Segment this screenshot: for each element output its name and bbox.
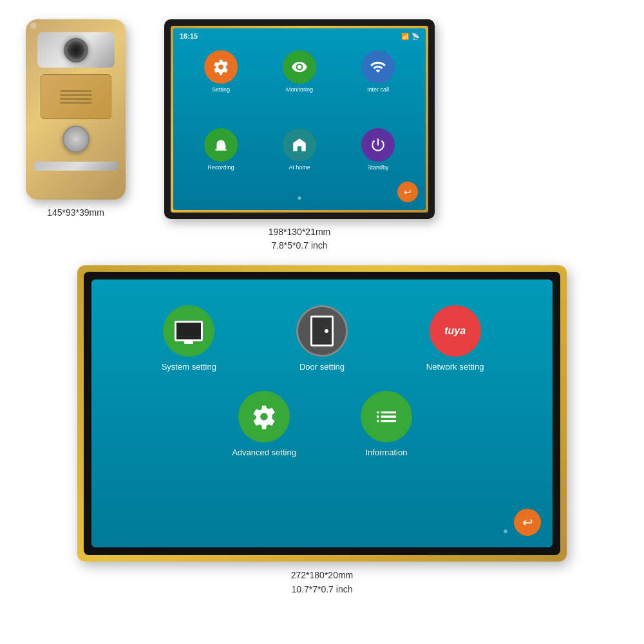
small-screen-header: 16:15 📶 📡 bbox=[173, 28, 426, 44]
app-icon-advanced-setting[interactable]: Advanced setting bbox=[232, 391, 296, 457]
setting-label: Setting bbox=[212, 86, 230, 93]
standby-icon-circle bbox=[361, 128, 395, 162]
large-monitor-inner: System setting Door setting bbox=[84, 272, 560, 555]
app-icon-athome[interactable]: At home bbox=[265, 128, 334, 197]
small-monitor-inner: 16:15 📶 📡 bbox=[171, 26, 428, 213]
app-icon-setting[interactable]: Setting bbox=[186, 50, 256, 119]
app-icon-door-setting[interactable]: Door setting bbox=[263, 305, 381, 372]
large-icons-row2: Advanced setting Information bbox=[104, 384, 540, 464]
dot-indicator-large bbox=[504, 529, 507, 533]
large-monitor-dimensions: 272*180*20mm 10.7*7*0.7 inch bbox=[291, 568, 354, 597]
doorbell-button[interactable] bbox=[62, 126, 90, 153]
setting-icon-circle bbox=[204, 50, 238, 84]
recording-label: Recording bbox=[207, 164, 234, 171]
recording-icon-circle bbox=[204, 128, 238, 162]
information-label: Information bbox=[365, 448, 407, 457]
doorbell-top bbox=[37, 32, 115, 68]
top-section: 145*93*39mm 16:15 📶 📡 bbox=[0, 0, 644, 259]
back-button-small[interactable]: ↩ bbox=[397, 182, 418, 202]
small-screen: 16:15 📶 📡 bbox=[173, 28, 426, 210]
doorbell-container: 145*93*39mm bbox=[26, 19, 126, 220]
app-icon-network-setting[interactable]: tuya Network setting bbox=[396, 305, 514, 372]
screen-icons: 📶 📡 bbox=[401, 33, 419, 40]
network-setting-icon-circle: tuya bbox=[430, 305, 481, 357]
app-icon-intercall[interactable]: Inter call bbox=[343, 50, 413, 119]
large-screen: System setting Door setting bbox=[91, 279, 553, 547]
large-monitor: System setting Door setting bbox=[77, 265, 567, 562]
bottom-section: System setting Door setting bbox=[0, 259, 644, 597]
wifi-icon: 📡 bbox=[412, 33, 419, 40]
app-icon-monitoring[interactable]: Monitoring bbox=[265, 50, 334, 119]
doorbell-unit bbox=[26, 19, 126, 200]
tuya-label: tuya bbox=[444, 325, 466, 337]
back-button-large[interactable]: ↩ bbox=[514, 509, 541, 536]
doorbell-bottom-strip bbox=[34, 162, 118, 171]
advanced-setting-label: Advanced setting bbox=[232, 448, 296, 457]
network-setting-label: Network setting bbox=[426, 362, 484, 372]
system-setting-icon-circle bbox=[163, 305, 214, 357]
door-setting-icon-circle bbox=[296, 305, 348, 357]
monitoring-label: Monitoring bbox=[286, 86, 313, 93]
screen-time: 16:15 bbox=[180, 32, 198, 40]
monitoring-icon-circle bbox=[283, 50, 316, 84]
doorbell-dimensions: 145*93*39mm bbox=[47, 206, 104, 220]
signal-icon: 📶 bbox=[401, 33, 409, 40]
small-monitor-container: 16:15 📶 📡 bbox=[164, 19, 435, 252]
standby-label: Standby bbox=[367, 164, 388, 171]
dot-indicator-small bbox=[298, 196, 301, 200]
information-icon-circle bbox=[361, 391, 412, 442]
system-setting-label: System setting bbox=[162, 362, 216, 372]
intercall-icon-circle bbox=[361, 50, 395, 84]
small-monitor: 16:15 📶 📡 bbox=[164, 19, 435, 219]
athome-label: At home bbox=[289, 164, 310, 171]
small-icons-grid: Setting Monitoring bbox=[173, 44, 426, 210]
camera-lens bbox=[64, 38, 88, 62]
app-icon-system-setting[interactable]: System setting bbox=[130, 305, 248, 372]
large-icons-row1: System setting Door setting bbox=[104, 292, 540, 384]
athome-icon-circle bbox=[283, 128, 316, 162]
intercall-label: Inter call bbox=[367, 86, 389, 93]
svg-point-0 bbox=[222, 144, 226, 149]
advanced-setting-icon-circle bbox=[238, 391, 290, 442]
doorbell-rfid bbox=[41, 74, 111, 119]
app-icon-recording[interactable]: Recording bbox=[186, 128, 256, 197]
small-monitor-dimensions: 198*130*21mm 7.8*5*0.7 inch bbox=[269, 225, 331, 252]
app-icon-information[interactable]: Information bbox=[361, 391, 412, 457]
door-setting-label: Door setting bbox=[299, 362, 345, 372]
